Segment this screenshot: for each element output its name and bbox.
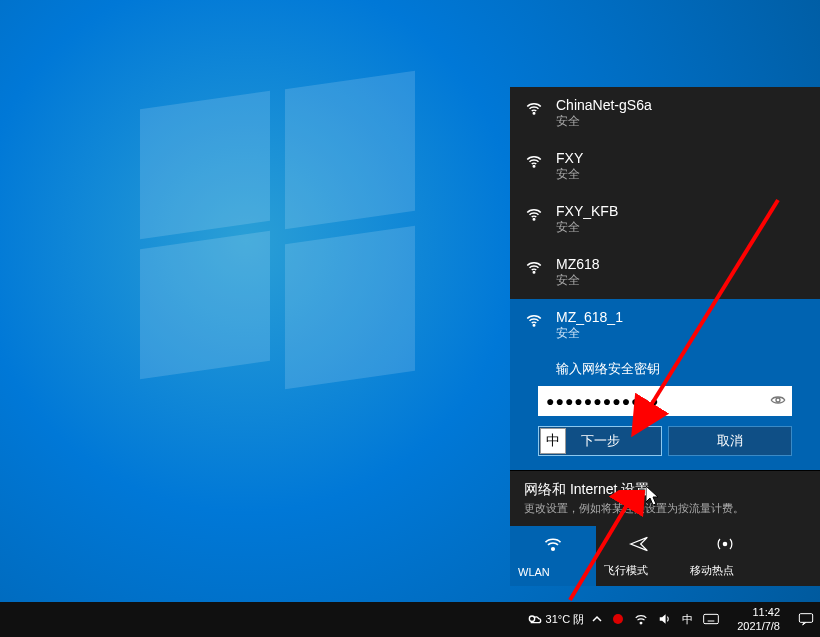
wlan-tile[interactable]: WLAN bbox=[510, 526, 596, 586]
next-button-label: 下一步 bbox=[581, 433, 620, 448]
wifi-icon bbox=[524, 152, 544, 170]
svg-point-1 bbox=[533, 166, 535, 168]
tray-keyboard-icon[interactable] bbox=[703, 613, 719, 627]
tray-wifi-icon[interactable] bbox=[634, 613, 648, 627]
mobile-hotspot-tile[interactable]: 移动热点 bbox=[682, 526, 768, 586]
svg-point-12 bbox=[640, 622, 642, 624]
network-item[interactable]: FXY_KFB 安全 bbox=[510, 193, 820, 246]
clock-date: 2021/7/8 bbox=[737, 620, 780, 633]
svg-point-2 bbox=[533, 219, 535, 221]
network-status: 安全 bbox=[556, 272, 600, 289]
tray-record-icon[interactable] bbox=[612, 613, 624, 627]
hotspot-icon bbox=[690, 534, 760, 554]
password-field-row bbox=[538, 386, 792, 416]
tray-chevron-icon[interactable] bbox=[592, 614, 602, 626]
desktop-background: ChinaNet-gS6a 安全 FXY 安全 FXY_KFB 安全 MZ618… bbox=[0, 0, 820, 602]
wifi-flyout-panel: ChinaNet-gS6a 安全 FXY 安全 FXY_KFB 安全 MZ618… bbox=[510, 87, 820, 586]
network-name: ChinaNet-gS6a bbox=[556, 97, 652, 113]
network-item[interactable]: MZ618 安全 bbox=[510, 246, 820, 299]
network-name: MZ_618_1 bbox=[556, 309, 623, 325]
network-item-selected: MZ_618_1 安全 输入网络安全密钥 中 下一步 取消 bbox=[510, 299, 820, 470]
airplane-mode-tile[interactable]: 飞行模式 bbox=[596, 526, 682, 586]
settings-title: 网络和 Internet 设置 bbox=[524, 481, 806, 499]
wifi-icon bbox=[524, 205, 544, 223]
svg-rect-18 bbox=[799, 613, 812, 622]
tile-label: WLAN bbox=[518, 566, 588, 578]
svg-point-7 bbox=[723, 542, 726, 545]
svg-point-6 bbox=[552, 548, 555, 551]
svg-point-0 bbox=[533, 113, 535, 115]
network-item[interactable]: ChinaNet-gS6a 安全 bbox=[510, 87, 820, 140]
network-settings-link[interactable]: 网络和 Internet 设置 更改设置，例如将某连接设置为按流量计费。 bbox=[510, 470, 820, 526]
svg-point-4 bbox=[533, 325, 535, 327]
system-tray: 中 11:42 2021/7/8 bbox=[592, 606, 816, 632]
airplane-icon bbox=[604, 534, 674, 554]
action-center-icon[interactable] bbox=[796, 612, 816, 628]
network-status: 安全 bbox=[556, 166, 583, 183]
network-name: FXY bbox=[556, 150, 583, 166]
tray-volume-icon[interactable] bbox=[658, 613, 672, 627]
next-button[interactable]: 中 下一步 bbox=[538, 426, 662, 456]
network-status: 安全 bbox=[556, 219, 618, 236]
tile-label: 移动热点 bbox=[690, 563, 760, 578]
cancel-button-label: 取消 bbox=[717, 433, 743, 448]
ime-badge: 中 bbox=[540, 428, 566, 454]
password-input[interactable] bbox=[538, 387, 764, 415]
svg-rect-13 bbox=[704, 614, 719, 623]
taskbar: 31°C 阴 中 11:42 2021/7/8 bbox=[0, 602, 820, 637]
weather-text: 31°C 阴 bbox=[546, 612, 585, 627]
password-prompt-label: 输入网络安全密钥 bbox=[556, 360, 806, 378]
network-status: 安全 bbox=[556, 113, 652, 130]
tile-label: 飞行模式 bbox=[604, 563, 674, 578]
cancel-button[interactable]: 取消 bbox=[668, 426, 792, 456]
svg-point-5 bbox=[776, 398, 780, 402]
reveal-password-icon[interactable] bbox=[764, 394, 792, 409]
settings-desc: 更改设置，例如将某连接设置为按流量计费。 bbox=[524, 501, 806, 516]
wifi-icon bbox=[524, 258, 544, 276]
svg-point-3 bbox=[533, 272, 535, 274]
wifi-icon bbox=[524, 311, 544, 329]
network-status: 安全 bbox=[556, 325, 623, 342]
weather-widget[interactable]: 31°C 阴 bbox=[526, 612, 585, 628]
tray-ime-indicator[interactable]: 中 bbox=[682, 612, 693, 627]
clock-time: 11:42 bbox=[752, 606, 780, 619]
quick-action-tiles: WLAN 飞行模式 移动热点 bbox=[510, 526, 820, 586]
svg-point-11 bbox=[613, 614, 623, 624]
svg-point-10 bbox=[529, 616, 534, 621]
network-name: MZ618 bbox=[556, 256, 600, 272]
wifi-icon bbox=[518, 534, 588, 554]
taskbar-clock[interactable]: 11:42 2021/7/8 bbox=[737, 606, 780, 632]
network-name: FXY_KFB bbox=[556, 203, 618, 219]
windows-logo bbox=[140, 100, 420, 380]
network-item[interactable]: FXY 安全 bbox=[510, 140, 820, 193]
weather-icon bbox=[526, 612, 542, 628]
wifi-icon bbox=[524, 99, 544, 117]
